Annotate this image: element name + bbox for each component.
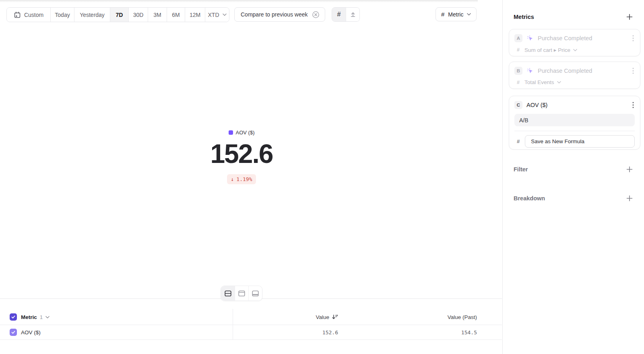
value-past-column-header[interactable]: Value (Past)	[448, 309, 477, 325]
kpi-delta-value: 1.19%	[236, 176, 252, 182]
range-30d-button[interactable]: 30D	[128, 8, 148, 22]
breakdown-title: Breakdown	[514, 195, 545, 202]
row-checkbox[interactable]	[10, 329, 17, 336]
range-xtd-button[interactable]: XTD	[205, 8, 229, 22]
kpi-value: 152.6	[210, 138, 272, 169]
measure-label-group: Total Events	[524, 79, 561, 85]
legend-label: AOV ($)	[236, 130, 255, 136]
formula-input[interactable]: A/B	[514, 114, 635, 126]
compare-label: Compare to previous week	[241, 11, 308, 18]
layout-bottom-icon[interactable]	[248, 286, 262, 300]
kpi-legend: AOV ($)	[229, 130, 255, 136]
metric-badge: C	[514, 101, 522, 109]
hash-icon: #	[441, 11, 444, 18]
down-arrow-icon: ↓	[231, 176, 234, 182]
hash-icon: #	[337, 11, 341, 18]
metrics-title: Metrics	[514, 14, 534, 20]
view-toggle-group	[221, 286, 262, 301]
range-3m-button[interactable]: 3M	[148, 8, 167, 22]
measure-label-group: Sum of cart ▸ Price	[524, 47, 577, 53]
compare-chip[interactable]: Compare to previous week	[234, 7, 325, 22]
measure-selector[interactable]: # Sum of cart ▸ Price	[517, 47, 635, 53]
metric-card-row: C AOV ($)	[514, 101, 635, 109]
table-header: Metric 1 Value Value (Past)	[0, 309, 502, 325]
metric-card-row: A Purchase Completed	[514, 34, 635, 43]
row-metric-name: AOV ($)	[21, 325, 41, 340]
metric-card-c[interactable]: C AOV ($) A/B # Save as New Formula	[509, 96, 640, 150]
formula-metric-name: AOV ($)	[526, 102, 627, 108]
range-label: Custom	[24, 12, 43, 18]
filter-section-header: Filter	[514, 166, 633, 173]
add-filter-icon[interactable]	[626, 166, 633, 173]
event-sparkle-icon	[526, 35, 534, 42]
range-today-button[interactable]: Today	[50, 8, 74, 22]
range-label: 12M	[190, 12, 200, 18]
metric-badge: A	[514, 34, 522, 42]
metric-card-b[interactable]: B Purchase Completed # Total Events	[509, 62, 640, 89]
chevron-down-icon	[557, 81, 561, 84]
chevron-down-icon	[223, 13, 227, 16]
value-column-header[interactable]: Value	[316, 309, 338, 325]
range-label: Yesterday	[80, 12, 105, 18]
main-area: Custom Today Yesterday 7D 30D 3M 6M 12M	[0, 0, 502, 354]
legend-swatch	[229, 130, 233, 135]
goal-mode-button[interactable]	[346, 8, 359, 21]
hash-icon: #	[517, 80, 520, 85]
metric-dropdown-label: Metric	[448, 11, 463, 18]
query-sidebar: Metrics A Purchase Completed	[502, 0, 644, 354]
goal-arrow-icon	[349, 11, 357, 18]
metric-options-icon[interactable]	[632, 67, 635, 75]
metric-column-header[interactable]: Metric 1	[21, 309, 50, 325]
date-range-group: Custom Today Yesterday 7D 30D 3M 6M 12M	[6, 7, 229, 22]
metric-card-row: B Purchase Completed	[514, 66, 635, 75]
sort-descending-icon	[332, 314, 338, 320]
measure-selector[interactable]: # Total Events	[517, 79, 635, 85]
table-column-divider	[233, 309, 233, 340]
remove-compare-icon[interactable]	[312, 11, 320, 19]
metric-event-name: Purchase Completed	[538, 68, 627, 74]
select-all-checkbox[interactable]	[10, 313, 17, 321]
metric-header-label: Metric	[21, 314, 37, 320]
row-value: 152.6	[322, 325, 338, 340]
scroll-shadow	[0, 0, 478, 2]
event-sparkle-icon	[526, 67, 534, 74]
add-breakdown-icon[interactable]	[626, 195, 633, 202]
range-label: Today	[55, 12, 70, 18]
hash-icon: #	[517, 47, 520, 53]
number-mode-button[interactable]: #	[332, 8, 346, 21]
metrics-section-header: Metrics	[514, 13, 633, 21]
row-value-past: 154.5	[461, 325, 477, 340]
range-custom-button[interactable]: Custom	[7, 8, 50, 22]
range-7d-button[interactable]: 7D	[110, 8, 128, 22]
range-label: 3M	[153, 12, 161, 18]
measure-label: Sum of cart ▸ Price	[524, 47, 570, 53]
save-formula-row: # Save as New Formula	[517, 135, 635, 148]
breakdown-section-header: Breakdown	[514, 195, 633, 202]
range-label: XTD	[208, 12, 219, 18]
filter-title: Filter	[514, 166, 528, 173]
hash-icon: #	[517, 138, 520, 144]
metric-options-icon[interactable]	[632, 101, 635, 109]
chevron-down-icon	[467, 13, 471, 16]
range-label: 30D	[133, 12, 144, 18]
metric-header-count: 1	[40, 314, 43, 320]
chevron-down-icon	[573, 49, 577, 51]
card-divider	[514, 131, 635, 131]
layout-top-icon[interactable]	[235, 286, 248, 300]
add-metric-icon[interactable]	[626, 13, 633, 21]
metric-options-icon[interactable]	[632, 34, 635, 42]
layout-split-icon[interactable]	[221, 286, 235, 300]
range-label: 6M	[172, 12, 180, 18]
metric-card-a[interactable]: A Purchase Completed # Sum of cart ▸ Pri…	[509, 29, 640, 56]
range-12m-button[interactable]: 12M	[185, 8, 205, 22]
value-header-label: Value	[316, 314, 329, 320]
table-row[interactable]: AOV ($) 152.6 154.5	[0, 325, 502, 340]
metric-dropdown[interactable]: # Metric	[436, 7, 477, 21]
value-mode-toggle: #	[332, 7, 360, 22]
range-yesterday-button[interactable]: Yesterday	[74, 8, 110, 22]
range-6m-button[interactable]: 6M	[167, 8, 185, 22]
calendar-icon	[14, 11, 21, 19]
save-as-new-formula-button[interactable]: Save as New Formula	[525, 135, 635, 148]
metric-event-name: Purchase Completed	[538, 35, 627, 41]
measure-label: Total Events	[524, 79, 554, 85]
